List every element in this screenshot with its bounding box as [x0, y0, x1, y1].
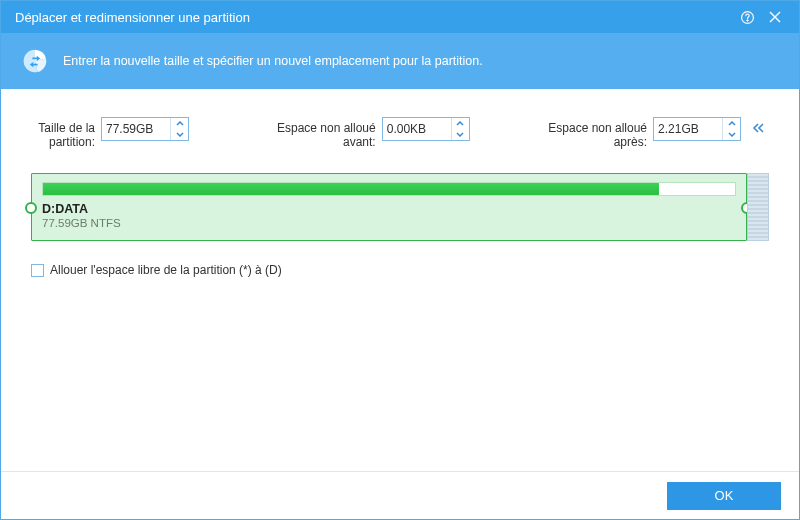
close-icon[interactable] [761, 3, 789, 31]
input-row: Taille de la partition: Espace non allou… [31, 117, 769, 149]
dialog-window: Déplacer et redimensionner une partition… [0, 0, 800, 520]
allocate-checkbox-row[interactable]: Allouer l'espace libre de la partition (… [31, 263, 769, 277]
titlebar: Déplacer et redimensionner une partition [1, 1, 799, 33]
partition-block[interactable]: D:DATA 77.59GB NTFS [31, 173, 747, 241]
resize-handle-left[interactable] [25, 202, 37, 214]
svg-point-1 [746, 19, 748, 21]
before-spin-up[interactable] [452, 118, 469, 129]
before-spin-down[interactable] [452, 129, 469, 140]
window-title: Déplacer et redimensionner une partition [15, 10, 733, 25]
unallocated-space [747, 173, 769, 241]
banner: Entrer la nouvelle taille et spécifier u… [1, 33, 799, 89]
size-label: Taille de la partition: [31, 117, 95, 149]
size-spinner [170, 118, 188, 140]
partition-name: D:DATA [42, 202, 736, 216]
after-spinner [722, 118, 740, 140]
size-spin-up[interactable] [171, 118, 188, 129]
size-input[interactable] [102, 118, 164, 140]
content-area: Taille de la partition: Espace non allou… [1, 89, 799, 471]
after-label: Espace non alloué après: [512, 117, 647, 149]
after-spin-down[interactable] [723, 129, 740, 140]
collapse-chevron-icon[interactable] [747, 117, 769, 139]
partition-subtitle: 77.59GB NTFS [42, 217, 736, 229]
size-input-box[interactable] [101, 117, 189, 141]
ok-button[interactable]: OK [667, 482, 781, 510]
field-size: Taille de la partition: [31, 117, 189, 149]
after-input-box[interactable] [653, 117, 741, 141]
usage-fill [43, 183, 659, 195]
partition-slider[interactable]: D:DATA 77.59GB NTFS [31, 173, 769, 241]
footer: OK [1, 471, 799, 519]
size-spin-down[interactable] [171, 129, 188, 140]
before-input[interactable] [383, 118, 445, 140]
after-spin-up[interactable] [723, 118, 740, 129]
banner-text: Entrer la nouvelle taille et spécifier u… [63, 54, 483, 68]
before-input-box[interactable] [382, 117, 470, 141]
partition-label: D:DATA 77.59GB NTFS [42, 202, 736, 229]
allocate-checkbox-label: Allouer l'espace libre de la partition (… [50, 263, 282, 277]
help-icon[interactable] [733, 3, 761, 31]
allocate-checkbox[interactable] [31, 264, 44, 277]
after-input[interactable] [654, 118, 716, 140]
field-before: Espace non alloué avant: [241, 117, 470, 149]
partition-logo-icon [21, 47, 49, 75]
field-after: Espace non alloué après: [512, 117, 741, 149]
before-spinner [451, 118, 469, 140]
usage-bar [42, 182, 736, 196]
before-label: Espace non alloué avant: [241, 117, 376, 149]
